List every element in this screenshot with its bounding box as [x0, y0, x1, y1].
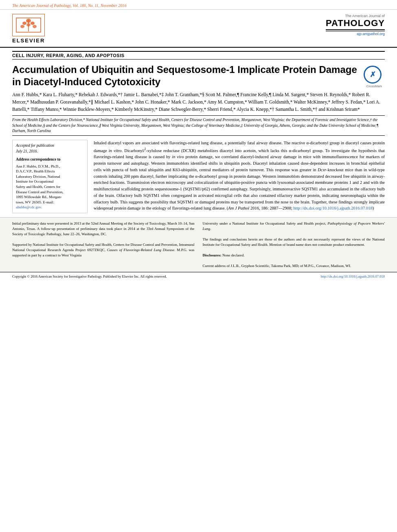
journal-branding: The American Journal of PATHOLOGY ajp.am… — [326, 14, 385, 36]
title-row: Accumulation of Ubiquitin and Sequestoso… — [12, 64, 385, 88]
email-link[interactable]: ahubbs@cdc.gov. — [16, 205, 42, 209]
header-area: ELSEVIER The American Journal of PATHOLO… — [0, 10, 397, 48]
divider-line2 — [326, 31, 385, 31]
address-heading: Address correspondence to — [16, 157, 84, 163]
svg-point-3 — [22, 22, 26, 25]
elsevier-logo-box — [12, 14, 45, 36]
info-box: Accepted for publication July 21, 2016. … — [12, 140, 88, 213]
main-content: CELL INJURY, REPAIR, AGING, AND APOPTOSI… — [0, 48, 397, 213]
top-bar: The American Journal of Pathology, Vol. … — [0, 0, 397, 10]
crossmark-icon: ✗ — [370, 70, 376, 79]
article-title: Accumulation of Ubiquitin and Sequestoso… — [12, 64, 358, 88]
divider-line1 — [326, 29, 385, 30]
initial-word: Initial — [12, 221, 21, 225]
affiliations-text: From the Health Effects Laboratory Divis… — [12, 118, 378, 133]
journal-citation: The American Journal of Pathology, Vol. … — [12, 3, 126, 8]
footnote-right-p1: University under a National Institute fo… — [203, 221, 385, 232]
accepted-line: Accepted for publication July 21, 2016. — [16, 143, 84, 155]
footnotes-right: University under a National Institute fo… — [203, 221, 385, 269]
journal-title: PATHOLOGY — [326, 18, 385, 29]
affiliations: From the Health Effects Laboratory Divis… — [12, 115, 385, 136]
svg-point-5 — [20, 25, 24, 28]
svg-point-4 — [31, 22, 35, 25]
footnotes-two-col: Initial preliminary data were presented … — [12, 221, 385, 269]
right-col: Inhaled diacetyl vapors are associated w… — [94, 140, 385, 213]
footnote-p2: Supported by National Institute for Occu… — [12, 242, 195, 258]
crossmark-label: CrossMark — [364, 84, 385, 88]
crossmark-circle[interactable]: ✗ — [364, 66, 382, 84]
current-address: Current address of J.L.B., Gryphon Scien… — [203, 263, 385, 269]
elsevier-logo: ELSEVIER — [12, 14, 45, 44]
footnote-p1: Initial preliminary data were presented … — [12, 221, 195, 237]
accepted-date: July 21, 2016. — [16, 149, 38, 153]
two-col-section: Accepted for publication July 21, 2016. … — [12, 140, 385, 213]
svg-point-7 — [33, 25, 37, 28]
copyright-text: Copyright © 2016 American Society for In… — [12, 274, 167, 278]
address-text: Ann F. Hubbs, D.V.M., Ph.D., D.A.C.V.P.,… — [16, 164, 84, 210]
svg-point-2 — [26, 19, 31, 23]
journal-subtitle: The American Journal of — [326, 14, 385, 18]
elsevier-tree-icon — [14, 16, 43, 34]
svg-point-6 — [26, 23, 31, 26]
copyright-bar: Copyright © 2016 American Society for In… — [0, 272, 397, 280]
abstract-doi[interactable]: http://dx.doi.org/10.1016/j.ajpath.2016.… — [293, 206, 372, 210]
footnote-right-p2: The findings and conclusions herein are … — [203, 237, 385, 247]
authors: Ann F. Hubbs,* Kara L. Fluharty,* Rebeka… — [12, 91, 385, 113]
page-container: The American Journal of Pathology, Vol. … — [0, 0, 397, 532]
elsevier-label: ELSEVIER — [12, 38, 45, 44]
footnotes-left: Initial preliminary data were presented … — [12, 221, 195, 269]
accepted-label: Accepted for publication — [16, 143, 54, 148]
footnotes-area: Initial preliminary data were presented … — [0, 217, 397, 272]
section-label: CELL INJURY, REPAIR, AGING, AND APOPTOSI… — [12, 51, 385, 60]
copyright-doi[interactable]: http://dx.doi.org/10.1016/j.ajpath.2016.… — [321, 274, 385, 278]
crossmark-badge[interactable]: ✗ CrossMark — [364, 66, 385, 87]
disclosures-label: Disclosures: — [203, 253, 222, 257]
left-col: Accepted for publication July 21, 2016. … — [12, 140, 88, 213]
journal-url: ajp.amjpathol.org — [326, 32, 385, 36]
abstract-text: Inhaled diacetyl vapors are associated w… — [94, 140, 385, 212]
authors-text: Ann F. Hubbs,* Kara L. Fluharty,* Rebeka… — [12, 92, 380, 112]
disclosures: Disclosures: None declared. — [203, 253, 385, 258]
